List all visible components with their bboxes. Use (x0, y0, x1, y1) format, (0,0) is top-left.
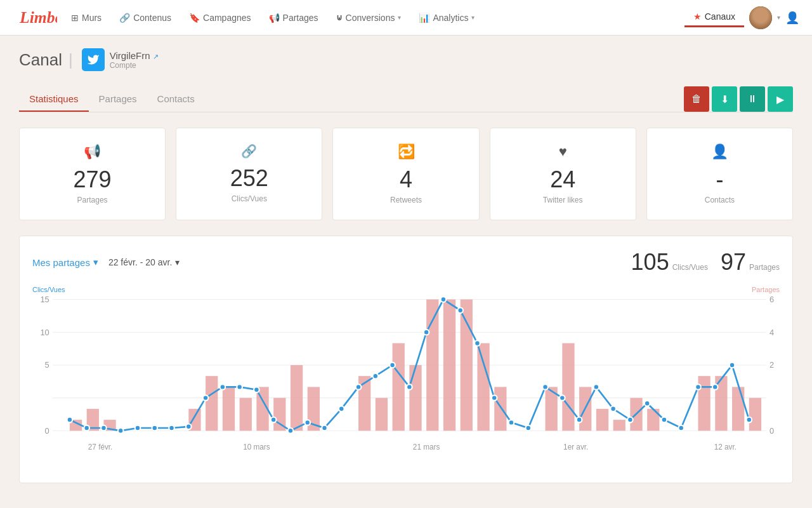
chart-filter-button[interactable]: Mes partages ▾ (32, 257, 98, 268)
svg-point-47 (101, 425, 107, 431)
contacts-value: - (716, 166, 723, 193)
tabs: Statistiques Partages Contacts 🗑 ⬇ ⏸ ▶ (19, 86, 793, 112)
nav-conversions[interactable]: ⊍ Conversions ▾ (329, 9, 409, 27)
svg-text:5: 5 (45, 360, 49, 370)
download-button[interactable]: ⬇ (712, 86, 737, 112)
analytics-dropdown-icon: ▾ (471, 14, 475, 21)
account-type: Compte (110, 61, 159, 70)
svg-point-54 (220, 384, 226, 390)
canal-account: VirgileFrn ↗ Compte (82, 48, 159, 71)
svg-rect-40 (647, 409, 659, 431)
canal-header: Canal | VirgileFrn ↗ Compte (19, 48, 793, 71)
svg-point-68 (457, 307, 463, 313)
svg-point-61 (339, 406, 344, 412)
chart-date-button[interactable]: 22 févr. - 20 avr. ▾ (108, 257, 180, 267)
chart-wrapper: Clics/Vues Partages 15 10 5 0 6 4 2 0 (32, 286, 780, 464)
svg-point-53 (203, 395, 209, 401)
chart-clics-label: Clics/Vues (672, 263, 708, 272)
nav-murs[interactable]: ⊞ Murs (63, 9, 109, 27)
svg-rect-28 (409, 365, 421, 431)
svg-point-52 (186, 424, 192, 430)
nav-partages[interactable]: 📢 Partages (261, 9, 326, 27)
svg-point-76 (594, 384, 599, 390)
avatar-image (749, 6, 772, 29)
svg-point-50 (152, 425, 157, 431)
svg-point-55 (237, 384, 242, 390)
svg-point-84 (730, 363, 735, 368)
svg-rect-38 (613, 420, 625, 431)
twitter-icon (82, 48, 105, 71)
tab-actions: 🗑 ⬇ ⏸ ▶ (684, 86, 793, 112)
canal-divider: | (69, 50, 73, 70)
partages-label: Partages (77, 196, 108, 204)
svg-rect-20 (240, 398, 252, 431)
svg-rect-26 (376, 398, 388, 431)
chart-partages-label: Partages (749, 263, 780, 272)
heart-icon: ♥ (559, 144, 567, 160)
star-icon: ★ (693, 11, 702, 22)
logo[interactable]: Limber (13, 4, 51, 31)
svg-point-77 (610, 406, 616, 412)
stat-card-likes: ♥ 24 Twitter likes (490, 128, 636, 220)
stat-card-partages: 📢 279 Partages (19, 128, 166, 220)
tab-contacts[interactable]: Contacts (147, 87, 205, 112)
svg-point-63 (373, 373, 379, 379)
svg-point-79 (645, 401, 650, 406)
stat-card-contacts: 👤 - Contacts (646, 128, 793, 220)
nav-items: ⊞ Murs 🔗 Contenus 🔖 Campagnes 📢 Partages… (63, 9, 684, 27)
chart-partages-stat: 97 Partages (721, 249, 780, 276)
svg-point-83 (712, 384, 718, 390)
retweet-icon: 🔁 (398, 144, 415, 160)
canaux-button[interactable]: ★ Canaux (684, 8, 744, 27)
external-link-icon: ↗ (153, 53, 159, 60)
svg-point-49 (135, 425, 141, 431)
tab-partages[interactable]: Partages (89, 87, 147, 112)
svg-rect-33 (494, 387, 506, 431)
delete-button[interactable]: 🗑 (684, 86, 709, 112)
chart-container: Mes partages ▾ 22 févr. - 20 avr. ▾ 105 … (19, 236, 793, 483)
svg-rect-27 (393, 343, 405, 431)
nav-contenus[interactable]: 🔗 Contenus (112, 9, 179, 27)
pause-button[interactable]: ⏸ (740, 86, 765, 112)
nav-analytics[interactable]: 📊 Analytics ▾ (411, 9, 482, 27)
svg-point-81 (678, 425, 684, 431)
nav-campagnes[interactable]: 🔖 Campagnes (181, 9, 259, 27)
nav-right: ★ Canaux ▾ 👤 (684, 6, 799, 29)
chart-header: Mes partages ▾ 22 févr. - 20 avr. ▾ 105 … (32, 249, 780, 276)
grid-icon: ⊞ (71, 13, 79, 23)
svg-point-45 (67, 417, 73, 423)
svg-point-67 (441, 297, 447, 302)
svg-point-78 (627, 417, 633, 423)
likes-value: 24 (550, 166, 575, 193)
svg-point-64 (390, 363, 395, 368)
date-dropdown-icon: ▾ (175, 257, 180, 267)
svg-point-58 (288, 428, 294, 434)
svg-text:12 avr.: 12 avr. (714, 443, 737, 451)
chart-clics-stat: 105 Clics/Vues (631, 249, 708, 276)
svg-rect-18 (206, 376, 218, 431)
chart-legend-right: Partages (752, 286, 780, 293)
svg-text:4: 4 (769, 328, 774, 337)
avatar[interactable] (749, 6, 772, 29)
svg-point-75 (577, 417, 582, 423)
play-button[interactable]: ▶ (768, 86, 793, 112)
tab-statistiques[interactable]: Statistiques (19, 87, 89, 112)
svg-point-80 (662, 417, 667, 423)
conversions-dropdown-icon: ▾ (398, 14, 401, 21)
svg-point-82 (695, 384, 701, 390)
clics-label: Clics/Vues (232, 194, 267, 203)
svg-text:21 mars: 21 mars (413, 443, 440, 451)
partages-value: 279 (74, 166, 112, 193)
navbar: Limber ⊞ Murs 🔗 Contenus 🔖 Campagnes 📢 P… (0, 0, 812, 36)
svg-point-57 (271, 417, 277, 423)
conversion-icon: ⊍ (336, 13, 343, 22)
svg-point-65 (407, 384, 412, 390)
chart-legend-left: Clics/Vues (32, 286, 65, 293)
chart-svg: 15 10 5 0 6 4 2 0 (32, 286, 780, 464)
svg-rect-30 (443, 300, 455, 431)
partages-icon: 📢 (84, 144, 101, 160)
svg-point-59 (304, 420, 310, 425)
stat-cards: 📢 279 Partages 🔗 252 Clics/Vues 🔁 4 Retw… (19, 128, 793, 220)
svg-text:1er avr.: 1er avr. (563, 443, 588, 451)
svg-text:10: 10 (40, 328, 49, 337)
